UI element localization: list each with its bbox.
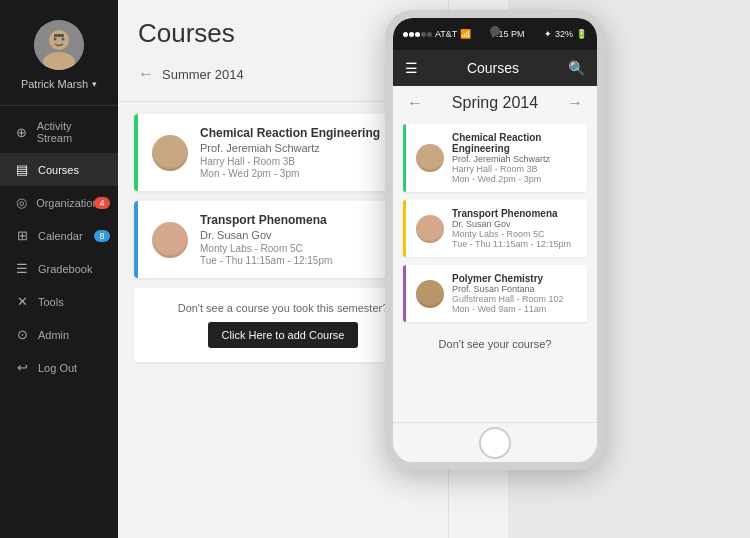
sidebar: Patrick Marsh ▾ ⊕ Activity Stream ▤ Cour… [0,0,118,538]
phone-course-time: Tue - Thu 11:15am - 12:15pm [452,239,571,249]
bluetooth-icon: ✦ [544,29,552,39]
avatar [34,20,84,70]
profile-chevron: ▾ [92,79,97,89]
sidebar-item-label: Courses [38,164,79,176]
phone-course-info: Chemical Reaction Engineering Prof. Jere… [452,132,577,184]
svg-rect-5 [54,34,64,37]
phone-course-room: Monty Labs - Room 5C [452,229,571,239]
course-avatar [152,222,188,258]
signal-dots [403,32,432,37]
sidebar-item-activity-stream[interactable]: ⊕ Activity Stream [0,111,118,153]
sidebar-item-gradebook[interactable]: ☰ Gradebook [0,252,118,285]
sidebar-item-organizations[interactable]: ◎ Organizations 4 [0,186,118,219]
phone-course-card[interactable]: Polymer Chemistry Prof. Susan Fontana Gu… [403,265,587,322]
add-course-prompt: Don't see a course you took this semeste… [148,302,418,314]
calendar-badge: 8 [94,230,110,242]
sidebar-item-calendar[interactable]: ⊞ Calendar 8 [0,219,118,252]
sidebar-item-logout[interactable]: ↩ Log Out [0,351,118,384]
phone-course-info: Transport Phenomena Dr. Susan Gov Monty … [452,208,571,249]
phone-course-time: Mon - Wed 9am - 11am [452,304,564,314]
hamburger-icon[interactable]: ☰ [405,60,418,76]
sidebar-item-label: Admin [38,329,69,341]
phone-dont-see[interactable]: Don't see your course? [403,330,587,358]
wifi-icon: 📶 [460,29,471,39]
sidebar-item-tools[interactable]: ✕ Tools [0,285,118,318]
phone-home-bar [393,422,597,462]
semester-nav-left: ← Summer 2014 [138,65,244,83]
home-button[interactable] [479,427,511,459]
phone-course-card[interactable]: Transport Phenomena Dr. Susan Gov Monty … [403,200,587,257]
phone-status-left: AT&T 📶 [403,29,471,39]
phone-camera [490,26,500,36]
phone-body: ← Spring 2014 → Chemical Reaction Engine… [393,86,597,422]
semester-label: Summer 2014 [162,67,244,82]
search-icon[interactable]: 🔍 [568,60,585,76]
calendar-icon: ⊞ [14,228,30,243]
phone-course-name: Transport Phenomena [452,208,571,219]
phone-back-arrow[interactable]: ← [407,94,423,112]
phone-semester-nav: ← Spring 2014 → [393,86,597,120]
add-course-button[interactable]: Click Here to add Course [208,322,359,348]
sidebar-item-label: Tools [38,296,64,308]
phone-mockup: AT&T 📶 7:15 PM ✦ 32% 🔋 ☰ Courses 🔍 ← Spr… [385,10,605,470]
phone-course-prof: Prof. Susan Fontana [452,284,564,294]
sidebar-item-admin[interactable]: ⊙ Admin [0,318,118,351]
battery-icon: 🔋 [576,29,587,39]
gradebook-icon: ☰ [14,261,30,276]
sidebar-item-label: Log Out [38,362,77,374]
signal-dot [421,32,426,37]
signal-dot [409,32,414,37]
sidebar-item-label: Activity Stream [37,120,104,144]
organizations-badge: 4 [94,197,110,209]
phone-course-time: Mon - Wed 2pm - 3pm [452,174,577,184]
admin-icon: ⊙ [14,327,30,342]
phone-semester-title: Spring 2014 [452,94,538,112]
phone-course-prof: Prof. Jeremiah Schwartz [452,154,577,164]
phone-course-room: Gulfstream Hall - Room 102 [452,294,564,304]
phone-forward-arrow[interactable]: → [567,94,583,112]
phone-course-room: Harry Hall - Room 3B [452,164,577,174]
phone-status-right: ✦ 32% 🔋 [544,29,587,39]
sidebar-item-label: Gradebook [38,263,92,275]
logout-icon: ↩ [14,360,30,375]
battery-label: 32% [555,29,573,39]
phone-app-header: ☰ Courses 🔍 [393,50,597,86]
sidebar-item-label: Calendar [38,230,83,242]
phone-course-prof: Dr. Susan Gov [452,219,571,229]
courses-icon: ▤ [14,162,30,177]
phone-course-avatar [416,215,444,243]
signal-dot [427,32,432,37]
tools-icon: ✕ [14,294,30,309]
signal-dot [415,32,420,37]
course-avatar [152,135,188,171]
sidebar-nav: ⊕ Activity Stream ▤ Courses ◎ Organizati… [0,106,118,538]
svg-point-4 [62,38,65,41]
phone-course-name: Chemical Reaction Engineering [452,132,577,154]
carrier-label: AT&T [435,29,457,39]
phone-header-title: Courses [467,60,519,76]
phone-course-avatar [416,280,444,308]
sidebar-item-courses[interactable]: ▤ Courses [0,153,118,186]
svg-point-1 [49,30,69,50]
profile-name: Patrick Marsh ▾ [21,78,97,90]
organizations-icon: ◎ [14,195,28,210]
phone-course-info: Polymer Chemistry Prof. Susan Fontana Gu… [452,273,564,314]
activity-stream-icon: ⊕ [14,125,29,140]
back-arrow[interactable]: ← [138,65,154,83]
signal-dot [403,32,408,37]
phone-course-card[interactable]: Chemical Reaction Engineering Prof. Jere… [403,124,587,192]
phone-course-name: Polymer Chemistry [452,273,564,284]
phone-courses-list: Chemical Reaction Engineering Prof. Jere… [393,120,597,362]
svg-point-3 [54,38,57,41]
phone-course-avatar [416,144,444,172]
sidebar-profile[interactable]: Patrick Marsh ▾ [0,0,118,106]
